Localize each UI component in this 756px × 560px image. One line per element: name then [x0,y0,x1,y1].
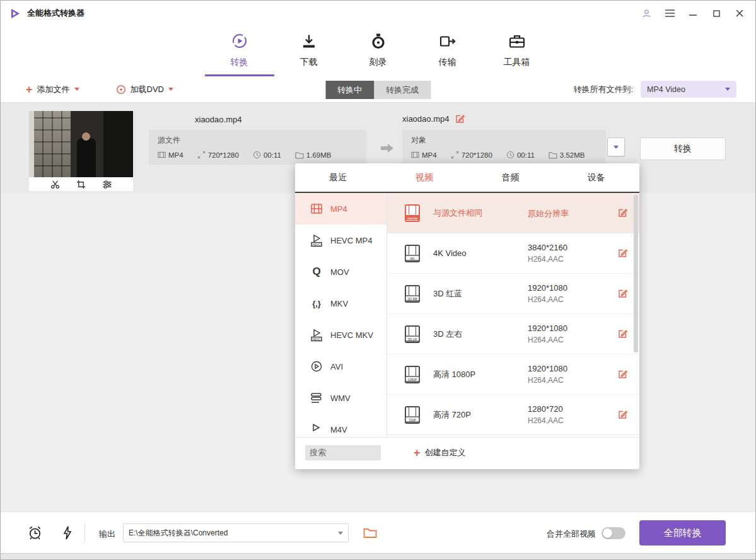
preset-resolution: 原始分辨率 [528,209,569,218]
rename-icon[interactable] [455,114,465,124]
edit-preset-icon[interactable] [617,329,628,339]
tab-toolbox[interactable]: 工具箱 [482,26,552,76]
format-item-mkv[interactable]: {,} MKV [295,288,387,319]
popup-tab-recent[interactable]: 最近 [295,163,381,192]
add-file-button[interactable]: + 添加文件 [26,84,79,95]
format-item-label: WMV [330,394,351,403]
crop-icon[interactable] [76,180,86,189]
format-item-m4v[interactable]: M4V [295,414,387,437]
output-format-select[interactable]: MP4 Video [641,81,736,98]
edit-preset-icon[interactable] [617,409,628,420]
format-item-avi[interactable]: AVI [295,351,387,382]
effects-icon[interactable] [102,180,112,189]
convert-button[interactable]: 转换 [640,137,726,160]
search-input[interactable] [305,445,381,460]
preset-resolution: 1920*1080 [528,363,612,375]
tab-download[interactable]: 下载 [274,26,344,76]
convert-all-to-label: 转换所有文件到: [573,84,633,95]
chevron-down-icon[interactable] [338,532,343,535]
format-item-label: MP4 [330,204,347,214]
preset-resolution: 1920*1080 [528,322,612,334]
toggle-knob [603,528,612,538]
target-size: 3.52MB [560,151,585,159]
format-item-mov[interactable]: Q MOV [295,256,387,288]
preset-3d-red-blue[interactable]: 3D RB 3D 红蓝 1920*1080 H264,AAC [387,274,639,314]
convert-icon [231,32,248,52]
load-dvd-button[interactable]: 加载DVD [116,84,173,95]
toolbox-icon [508,33,526,52]
preset-4k-video[interactable]: 4K 4K Video 3840*2160 H264,AAC [387,233,639,274]
video-file-icon: 3D RB [404,284,423,303]
format-item-hevc-mkv[interactable]: HEVC HEVC MKV [295,319,387,351]
resolution-icon [451,151,459,159]
popup-tab-video[interactable]: 视频 [381,163,468,192]
popup-tab-audio[interactable]: 音频 [467,163,554,192]
preset-scrollbar[interactable] [634,195,638,353]
preset-name: 3D 左右 [433,329,528,340]
tab-transfer-label: 传输 [439,57,457,68]
tab-completed[interactable]: 转换完成 [374,81,431,99]
create-custom-label: 创建自定义 [425,447,466,458]
film-icon [309,423,324,436]
svg-text:3D RB: 3D RB [407,296,417,300]
tab-transfer[interactable]: 传输 [413,26,482,76]
menu-icon[interactable] [664,8,675,19]
svg-text:source: source [407,216,417,219]
format-item-label: MOV [330,267,349,277]
edit-preset-icon[interactable] [617,369,628,380]
preset-3d-left-right[interactable]: 3D LR 3D 左右 1920*1080 H264,AAC [387,314,639,354]
target-label: 对象 [411,135,597,146]
svg-text:4K: 4K [410,256,414,260]
video-thumbnail-image [29,111,133,177]
target-format-dropdown-button[interactable] [607,137,625,156]
account-icon[interactable] [641,8,652,19]
preset-hd-1080p[interactable]: 1080P 高清 1080P 1920*1080 H264,AAC [387,354,639,395]
app-window: 全能格式转换器 转换 [0,0,756,560]
dvd-icon [116,85,126,95]
target-file-name-row: xiaodao.mp4 [402,114,465,124]
format-item-mp4[interactable]: MP4 [295,193,387,225]
open-folder-icon[interactable] [363,527,377,539]
preset-hd-720p[interactable]: 720P 高清 720P 1280*720 H264,AAC [387,395,639,435]
chevron-down-icon [614,146,619,149]
video-format-icon [158,151,166,159]
format-item-hevc-mp4[interactable]: HEVC HEVC MP4 [295,225,387,256]
create-custom-button[interactable]: + 创建自定义 [414,447,466,458]
close-button[interactable] [734,8,745,19]
merge-videos-toggle[interactable] [602,527,625,539]
svg-text:3D LR: 3D LR [408,337,417,341]
thumbnail-toolbar [29,177,133,191]
maximize-button[interactable] [711,8,722,19]
format-list: MP4 HEVC HEVC MP4 Q MOV {,} MKV [295,193,387,437]
target-format: MP4 [422,151,437,159]
source-file-icon: source [404,204,423,223]
hevc-play-icon: HEVC [309,234,324,247]
layers-icon [309,392,324,404]
quicktime-icon: Q [309,265,324,278]
popup-tab-device[interactable]: 设备 [554,163,640,192]
convert-all-button[interactable]: 全部转换 [639,520,726,545]
app-logo-icon [9,8,21,20]
high-speed-icon[interactable] [63,526,72,540]
preset-same-as-source[interactable]: source 与源文件相同 原始分辨率 [387,193,639,233]
output-label: 输出 [99,528,115,540]
format-item-label: HEVC MKV [330,330,373,340]
transfer-icon [439,33,456,52]
edit-preset-icon[interactable] [617,207,628,218]
tab-burn[interactable]: 刻录 [344,26,413,76]
edit-preset-icon[interactable] [617,288,628,299]
tab-convert[interactable]: 转换 [205,26,274,76]
format-item-wmv[interactable]: WMV [295,382,387,414]
duration-icon [253,151,261,159]
tab-converting[interactable]: 转换中 [325,81,374,99]
trim-icon[interactable] [50,180,60,189]
preset-resolution: 1280*720 [528,403,612,415]
output-path-input[interactable] [124,528,338,537]
schedule-icon[interactable] [27,525,43,541]
play-circle-icon [309,360,324,373]
minimize-button[interactable] [687,8,699,19]
resolution-icon [197,151,206,159]
preset-codec: H264,AAC [528,294,612,306]
edit-preset-icon[interactable] [617,248,628,259]
hevc-play-icon: HEVC [309,329,324,342]
